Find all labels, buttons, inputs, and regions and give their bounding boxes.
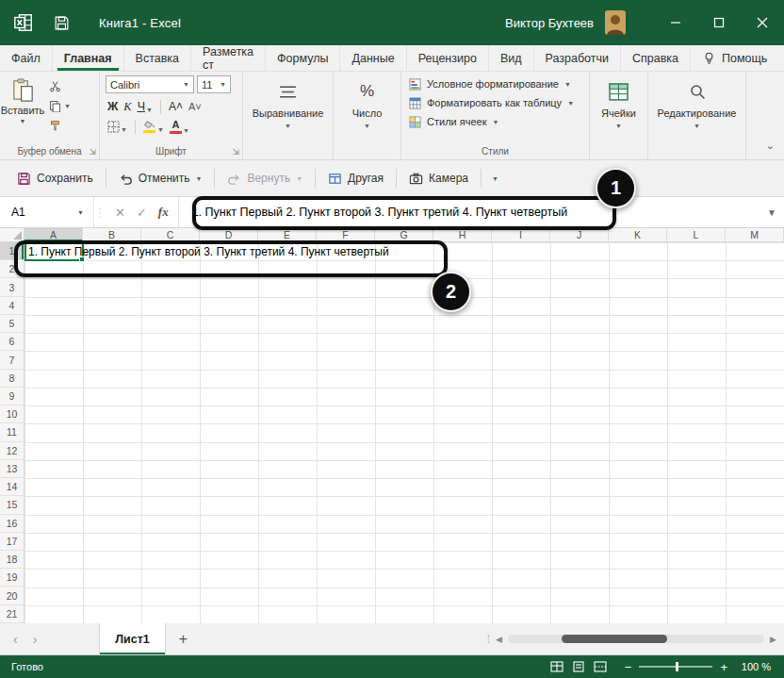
expand-formula-bar-icon[interactable]: ▼ bbox=[760, 197, 784, 227]
font-name-combo[interactable]: Calibri ▼ bbox=[106, 75, 194, 93]
formula-input[interactable]: 1. Пункт Первый 2. Пункт второй 3. Пункт… bbox=[179, 197, 760, 227]
column-header-G[interactable]: G bbox=[375, 228, 433, 241]
enter-entry-icon[interactable]: ✓ bbox=[137, 206, 147, 220]
column-header-B[interactable]: B bbox=[83, 228, 141, 241]
format-as-table-button[interactable]: Форматировать как таблицу ▼ bbox=[401, 93, 589, 112]
normal-view-icon[interactable] bbox=[550, 661, 564, 672]
row-header-14[interactable]: 14 bbox=[0, 478, 24, 496]
row-header-15[interactable]: 15 bbox=[0, 496, 24, 514]
ribbon-tab-Разработчи[interactable]: Разработчи bbox=[534, 45, 621, 71]
page-break-view-icon[interactable] bbox=[594, 661, 607, 672]
dialog-launcher-icon[interactable]: ⇲ bbox=[232, 148, 239, 157]
column-header-J[interactable]: J bbox=[550, 228, 609, 241]
row-header-2[interactable]: 2 bbox=[0, 260, 24, 278]
ribbon-tab-Вид[interactable]: Вид bbox=[489, 45, 534, 71]
alignment-group[interactable]: Выравнивание ▼ bbox=[243, 72, 334, 159]
bold-button[interactable]: Ж bbox=[107, 100, 118, 113]
row-header-20[interactable]: 20 bbox=[0, 587, 24, 604]
row-header-9[interactable]: 9 bbox=[0, 388, 24, 405]
italic-button[interactable]: К bbox=[123, 100, 131, 114]
row-header-17[interactable]: 17 bbox=[0, 533, 24, 551]
number-group[interactable]: % Число ▼ bbox=[334, 72, 401, 159]
sheet-tab[interactable]: Лист1 bbox=[99, 623, 165, 654]
ribbon-tab-Файл[interactable]: Файл bbox=[0, 45, 53, 71]
row-header-6[interactable]: 6 bbox=[0, 333, 24, 351]
account-name[interactable]: Виктор Бухтеев bbox=[505, 16, 594, 30]
font-size-combo[interactable]: 11 ▼ bbox=[197, 75, 231, 93]
zoom-in-button[interactable]: + bbox=[720, 661, 727, 673]
quick-save-icon[interactable] bbox=[53, 14, 71, 32]
borders-button[interactable]: ▼ bbox=[107, 121, 127, 133]
horizontal-scrollbar[interactable]: ◀ ▶ bbox=[490, 623, 784, 654]
conditional-formatting-button[interactable]: Условное форматирование ▼ bbox=[401, 74, 589, 93]
row-header-18[interactable]: 18 bbox=[0, 551, 24, 569]
help-button[interactable]: Помощь bbox=[691, 51, 778, 65]
zoom-level[interactable]: 100 % bbox=[735, 661, 771, 672]
collapse-ribbon-icon[interactable]: ⌄ bbox=[766, 140, 775, 152]
row-header-1[interactable]: 1 bbox=[0, 242, 24, 260]
row-header-10[interactable]: 10 bbox=[0, 405, 24, 423]
avatar[interactable] bbox=[605, 10, 626, 35]
cells-area[interactable]: 1. Пункт Первый 2. Пункт второй 3. Пункт… bbox=[24, 242, 784, 623]
cell-styles-button[interactable]: Стили ячеек ▼ bbox=[401, 112, 589, 131]
paste-button[interactable]: Вставить ▼ bbox=[0, 74, 45, 134]
fill-color-button[interactable]: ▼ bbox=[143, 121, 164, 133]
scroll-right-icon[interactable]: ▶ bbox=[770, 635, 776, 644]
row-header-5[interactable]: 5 bbox=[0, 315, 24, 333]
column-header-H[interactable]: H bbox=[433, 228, 492, 241]
minimize-button[interactable] bbox=[654, 0, 697, 45]
other-button[interactable]: Другая bbox=[320, 167, 391, 190]
column-header-L[interactable]: L bbox=[667, 228, 726, 241]
copy-button[interactable]: ▼ bbox=[45, 98, 74, 114]
maximize-button[interactable] bbox=[697, 0, 741, 45]
row-header-11[interactable]: 11 bbox=[0, 423, 24, 441]
zoom-slider[interactable] bbox=[639, 666, 712, 668]
column-header-F[interactable]: F bbox=[317, 228, 375, 241]
insert-function-button[interactable]: fx bbox=[158, 205, 169, 220]
row-header-16[interactable]: 16 bbox=[0, 515, 24, 533]
page-layout-view-icon[interactable] bbox=[572, 661, 585, 672]
grow-font-button[interactable]: А˄ bbox=[169, 100, 183, 113]
zoom-out-button[interactable]: − bbox=[625, 661, 632, 673]
cells-group[interactable]: Ячейки ▼ bbox=[590, 72, 648, 159]
row-header-3[interactable]: 3 bbox=[0, 278, 24, 296]
select-all-corner[interactable] bbox=[0, 228, 24, 241]
close-button[interactable] bbox=[741, 0, 784, 45]
prev-sheet-icon[interactable]: ‹ bbox=[13, 632, 18, 647]
row-header-7[interactable]: 7 bbox=[0, 351, 24, 369]
ribbon-tab-Данные[interactable]: Данные bbox=[340, 45, 406, 71]
column-header-M[interactable]: M bbox=[726, 228, 784, 241]
row-header-19[interactable]: 19 bbox=[0, 569, 24, 587]
qat-customize-icon[interactable]: ▼ bbox=[486, 175, 504, 182]
ribbon-tab-Главная[interactable]: Главная bbox=[53, 45, 124, 71]
editing-group[interactable]: Редактирование ▼ bbox=[648, 72, 746, 159]
column-header-E[interactable]: E bbox=[258, 228, 317, 241]
column-header-D[interactable]: D bbox=[200, 228, 258, 241]
share-button[interactable]: Поделиться bbox=[778, 52, 784, 65]
name-box-splitter[interactable]: ⋮ bbox=[94, 197, 106, 227]
scroll-left-icon[interactable]: ◀ bbox=[496, 635, 502, 644]
scrollbar-track[interactable] bbox=[508, 635, 764, 643]
ribbon-tab-Рецензиро[interactable]: Рецензиро bbox=[407, 45, 489, 71]
row-header-4[interactable]: 4 bbox=[0, 297, 24, 315]
cell-a1-text[interactable]: 1. Пункт Первый 2. Пункт второй 3. Пункт… bbox=[28, 242, 389, 260]
row-header-8[interactable]: 8 bbox=[0, 370, 24, 388]
font-color-button[interactable]: А ▼ bbox=[170, 120, 189, 134]
format-painter-button[interactable] bbox=[45, 118, 74, 134]
dialog-launcher-icon[interactable]: ⇲ bbox=[89, 148, 96, 157]
undo-button[interactable]: Отменить ▼ bbox=[111, 167, 210, 190]
shrink-font-button[interactable]: А˅ bbox=[188, 101, 202, 112]
save-button[interactable]: Сохранить bbox=[9, 167, 101, 190]
next-sheet-icon[interactable]: › bbox=[33, 632, 38, 647]
column-header-K[interactable]: K bbox=[609, 228, 667, 241]
column-header-C[interactable]: C bbox=[141, 228, 200, 241]
camera-button[interactable]: Камера bbox=[401, 167, 476, 190]
name-box[interactable]: A1 ▼ bbox=[0, 197, 94, 227]
row-header-21[interactable]: 21 bbox=[0, 605, 24, 623]
row-header-12[interactable]: 12 bbox=[0, 442, 24, 460]
redo-button[interactable]: Вернуть ▼ bbox=[220, 167, 310, 190]
scrollbar-thumb[interactable] bbox=[562, 635, 667, 643]
zoom-slider-thumb[interactable] bbox=[676, 662, 678, 671]
cut-button[interactable] bbox=[45, 78, 74, 94]
ribbon-tab-Формулы[interactable]: Формулы bbox=[266, 45, 340, 71]
